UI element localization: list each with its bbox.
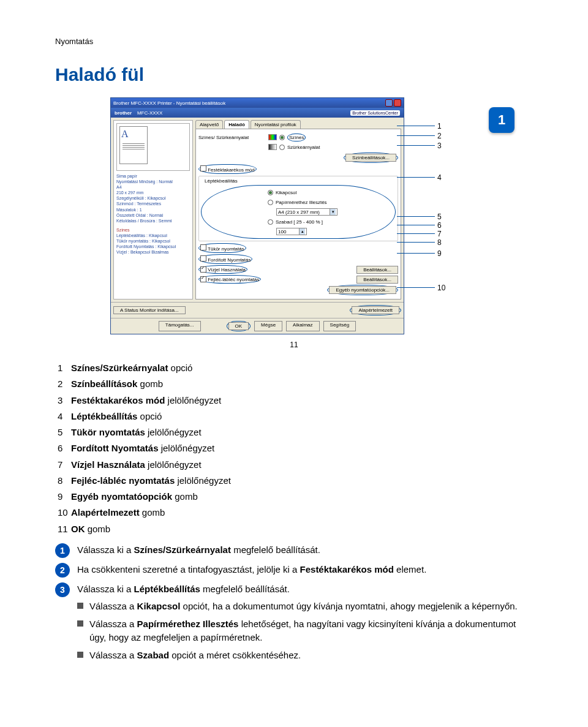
summary-line: Színes [116,227,190,233]
ok-button[interactable]: OK [228,322,249,330]
summary-line: Léptékbeállítás : Kikapcsol [116,233,190,238]
print-dialog: Brother MFC-XXXX Printer - Nyomtatási be… [110,97,404,334]
header-footer-settings-button[interactable]: Beállítások... [356,276,398,284]
summary-line: 210 x 297 mm [116,190,190,195]
callout-9: 9 [437,249,442,258]
close-icon[interactable] [394,99,401,107]
solutions-center-button[interactable]: Brother SolutionsCenter [350,110,400,116]
callout-10: 10 [437,284,445,292]
legend-list: 1Színes/Szürkeárnyalat opció 2Színbeállí… [58,360,533,537]
brand-logo: brother [115,110,132,116]
step-badge-3: 3 [55,582,70,597]
label-toner-save: Festéktakarékos mód [208,167,254,173]
scale-value-input[interactable]: 100▴ [276,228,307,235]
checkbox-header-footer[interactable] [200,276,206,282]
callout-6: 6 [437,221,442,230]
opt-scale-off: Kikapcsol [276,190,296,195]
grp-scale-label: Léptékbeállítás [203,178,239,184]
figure: Brother MFC-XXXX Printer - Nyomtatási be… [110,97,478,334]
section-label: Nyomtatás [55,37,533,46]
callout-11: 11 [55,341,533,349]
summary-line: Sima papír [116,173,190,179]
bullet-icon [77,652,83,658]
summary-line: Összetett Oldal : Normál [116,213,190,218]
grp-color-label: Színes/ Szürkeárnyalat [198,135,266,140]
tab-profiles[interactable]: Nyomtatási profilok [251,120,301,129]
help-icon[interactable] [385,99,393,107]
bullet-icon [77,620,83,627]
summary-line: Szegélynélküli : Kikapcsol [116,195,190,201]
help-button[interactable]: Segítség [323,321,356,331]
titlebar: Brother MFC-XXXX Printer - Nyomtatási be… [111,98,404,108]
callout-4: 4 [437,173,442,182]
page-title: Haladó fül [55,64,533,85]
page-preview: A [116,123,190,171]
window-title: Brother MFC-XXXX Printer - Nyomtatási be… [113,100,225,106]
label-reverse: Fordított Nyomtatás [208,257,251,263]
color-settings-button[interactable]: Színbeállítások... [345,154,396,162]
opt-color: Színes [287,134,306,141]
summary-line: Kétoldalas / Brosúra : Semmi [116,218,190,224]
step-badge-1: 1 [55,543,70,558]
tab-basic[interactable]: Alapvető [195,120,223,129]
label-mirror: Tükör nyomtatás [208,246,244,252]
checkbox-reverse[interactable] [200,255,206,262]
summary-line: Tükör nyomtatás : Kikapcsol [116,238,190,244]
watermark-settings-button[interactable]: Beállítások... [356,266,398,274]
summary-line: Nyomtatási Minőség : Normál [116,179,190,184]
radio-scale-off[interactable] [268,190,273,195]
callout-7: 7 [437,230,442,238]
summary-line: Fordított Nyomtatás : Kikapcsol [116,244,190,249]
brand-bar: brother MFC-XXXX Brother SolutionsCenter [111,108,404,118]
cancel-button[interactable]: Mégse [254,321,282,331]
chevron-down-icon: ▾ [330,209,336,215]
opt-scale-fit: Papírmérethez Illesztés [276,200,327,205]
radio-color[interactable] [279,135,285,140]
checkbox-toner-save[interactable] [200,165,206,171]
radio-gray[interactable] [279,145,285,150]
default-button[interactable]: Alapértelmezett [352,306,399,314]
opt-scale-free: Szabad [ 25 - 400 % ] [276,219,323,225]
tab-advanced[interactable]: Haladó [224,120,249,129]
opt-gray: Szürkeárnyalat [287,145,320,150]
step-list: 1 Válassza ki a Színes/Szürkeárnyalat me… [55,543,533,666]
summary-line: Másolatok : 1 [116,207,190,213]
other-options-button[interactable]: Egyéb nyomtatóopciók... [329,286,396,294]
callout-8: 8 [437,238,442,247]
callout-5: 5 [437,213,442,221]
status-monitor-button[interactable]: A Status Monitor indítása... [113,306,186,314]
radio-scale-fit[interactable] [268,200,273,205]
spinner-icon: ▴ [299,228,305,235]
color-swatch-icon [268,134,277,140]
gray-swatch-icon [268,144,277,150]
checkbox-watermark[interactable] [200,266,206,273]
model-name: MFC-XXXX [137,110,162,116]
support-button[interactable]: Támogatás... [159,321,201,331]
step-badge-2: 2 [55,563,70,578]
callout-2: 2 [437,132,442,140]
summary-line: Vízjel : Bekapcsol Bizalmas [116,249,190,255]
label-header-footer: Fejléc-lábléc nyomtatás [208,277,259,282]
callout-3: 3 [437,141,442,150]
callout-1: 1 [437,122,442,130]
checkbox-mirror[interactable] [200,244,206,250]
bullet-icon [77,603,83,609]
summary-line: Színmód : Természetes [116,201,190,206]
label-watermark: Vízjel Használata [208,267,246,273]
radio-scale-free[interactable] [268,219,273,225]
apply-button[interactable]: Alkalmaz [286,321,319,331]
left-summary-panel: A Sima papír Nyomtatási Minőség : Normál… [113,120,193,299]
paper-size-combo[interactable]: A4 (210 x 297 mm)▾ [276,208,337,216]
summary-line: A4 [116,184,190,190]
chapter-badge: 1 [489,107,514,133]
